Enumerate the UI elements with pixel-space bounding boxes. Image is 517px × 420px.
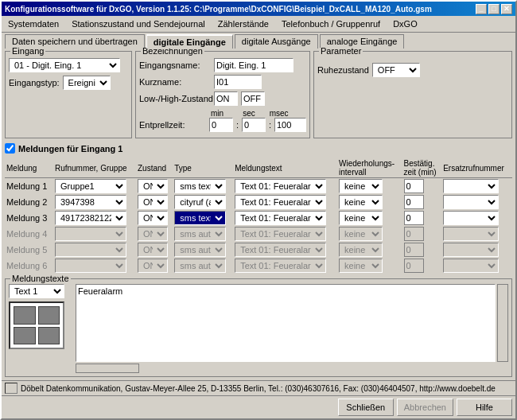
meldung-2-bestaetigung[interactable] (404, 195, 424, 209)
img-cell-4 (38, 327, 60, 345)
meldung-6-rufnummer[interactable] (55, 259, 126, 273)
entprellzeit-label: Entprellzeit: (139, 120, 206, 130)
status-bar: Döbelt Datenkommunikation, Gustav-Meyer-… (2, 380, 515, 395)
eingangsname-input[interactable] (214, 58, 293, 72)
textarea-scrollbar[interactable] (497, 284, 508, 362)
meldungen-table-container: Meldung Rufnummer, Gruppe Zustand Type M… (5, 158, 512, 274)
meldung-5-meldungstext[interactable]: Text 01: Feueralarm (235, 243, 326, 257)
meldung-6-meldungstext[interactable]: Text 01: Feueralarm (235, 259, 326, 273)
text-image-preview (9, 301, 64, 349)
close-button[interactable]: Schließen (338, 399, 394, 416)
tab-digitale-ausgaenge[interactable]: digitale Ausgänge (235, 34, 318, 49)
meldung-6-wiederholung[interactable]: keine W (339, 259, 383, 273)
meldung-6-zustand[interactable]: ON (138, 259, 168, 273)
entprellzeit-msec[interactable] (274, 118, 306, 132)
text-scrollbar-h[interactable] (76, 364, 139, 373)
meldung-2-type[interactable]: cityruf (al (174, 195, 226, 209)
meldung-5-zustand[interactable]: ON (138, 243, 168, 257)
meldung-2-ersatz[interactable] (443, 195, 499, 209)
help-button[interactable]: Hilfe (457, 399, 512, 416)
eingang-label: Eingang (10, 48, 45, 56)
entprellzeit-min[interactable] (209, 118, 233, 132)
close-button[interactable]: ✕ (501, 4, 512, 14)
meldung-6-type[interactable]: sms auto (174, 259, 226, 273)
meldung-3-rufnummer[interactable]: 491723821220 (55, 211, 126, 225)
meldung-5-ersatz[interactable] (443, 243, 499, 257)
entprellzeit-sec[interactable] (242, 118, 266, 132)
meldung-5-wiederholung[interactable]: keine W (339, 243, 383, 257)
meldungen-checkbox[interactable] (5, 143, 15, 154)
meldung-3-wiederholung[interactable]: keine W (339, 211, 383, 225)
col-meldung: Meldung (5, 158, 53, 178)
eingangstyp-select[interactable]: Ereignis (63, 76, 111, 90)
tab-digitale-eingaenge[interactable]: digitale Eingänge (146, 34, 233, 49)
meldung-2-label: Meldung 2 (5, 194, 53, 210)
meldung-1-zustand[interactable]: ON (138, 179, 168, 193)
meldung-2-zustand[interactable]: ON (138, 195, 168, 209)
meldung-4-label: Meldung 4 (5, 226, 53, 242)
meldung-6-ersatz[interactable] (443, 259, 499, 273)
title-bar: Konfigurationssoftware für DxGO, Version… (2, 2, 515, 16)
meldung-4-rufnummer[interactable] (55, 227, 126, 241)
meldung-4-bestaetigung[interactable] (404, 227, 424, 241)
meldung-2-meldungstext[interactable]: Text 01: Feueralarm (235, 195, 326, 209)
tab-daten-speichern[interactable]: Daten speichern und übertragen (5, 34, 145, 49)
high-input[interactable] (241, 91, 265, 106)
kurzname-input[interactable] (214, 75, 262, 89)
maximize-button[interactable]: □ (488, 4, 500, 14)
meldung-1-bestaetigung[interactable] (404, 179, 424, 193)
meldungstext-textarea[interactable]: Feueralarm (76, 284, 496, 362)
meldung-1-ersatz[interactable] (443, 179, 499, 193)
meldung-3-ersatz[interactable] (443, 211, 499, 225)
meldung-5-bestaetigung[interactable] (404, 243, 424, 257)
ruhezustand-row: Ruhezustand OFF (317, 63, 508, 77)
menu-zaehlerstaende[interactable]: Zählerstände (212, 18, 275, 30)
col-zustand: Zustand (136, 158, 173, 178)
menu-systemdaten[interactable]: Systemdaten (2, 18, 65, 30)
tab-analoge-eingaenge[interactable]: analoge Eingänge (320, 34, 405, 49)
col-wiederholung: Wiederholungs-intervall (337, 158, 402, 178)
meldung-4-type[interactable]: sms auto (174, 227, 226, 241)
meldung-6-bestaetigung[interactable] (404, 259, 424, 273)
meldung-4-ersatz[interactable] (443, 227, 499, 241)
tabs-row1: Daten speichern und übertragen digitale … (2, 33, 515, 48)
menu-dxgo[interactable]: DxGO (387, 18, 424, 30)
meldung-1-wiederholung[interactable]: keine W (339, 179, 383, 193)
main-window: Konfigurationssoftware für DxGO, Version… (0, 0, 517, 420)
meldung-5-label: Meldung 5 (5, 242, 53, 258)
meldung-1-type[interactable]: sms text (174, 179, 226, 193)
meldung-3-zustand[interactable]: ON (138, 211, 168, 225)
sec-col-label: sec (243, 109, 255, 118)
ruhezustand-select[interactable]: OFF (372, 63, 420, 77)
eingang-select[interactable]: 01 - Digit. Eing. 1 (9, 58, 120, 72)
meldung-5-type[interactable]: sms auto (174, 243, 226, 257)
minimize-button[interactable]: _ (476, 4, 487, 14)
meldung-2-wiederholung[interactable]: keine W (339, 195, 383, 209)
col-type: Type (173, 158, 233, 178)
low-input[interactable] (214, 91, 238, 106)
lowhigh-label: Low-/High-Zustand: (139, 94, 211, 103)
meldung-1-meldungstext[interactable]: Text 01: Feueralarm (235, 179, 326, 193)
meldung-4-zustand[interactable]: ON (138, 227, 168, 241)
menu-telefonbuch[interactable]: Telefonbuch / Gruppenruf (275, 18, 387, 30)
col-bestaetigung: Bestätig.zeit (min) (402, 158, 442, 178)
meldung-4-wiederholung[interactable]: keine W (339, 227, 383, 241)
meldung-3-meldungstext[interactable]: Text 01: Feueralarm (235, 211, 326, 225)
meldung-1-rufnummer[interactable]: Gruppe1 (55, 179, 126, 193)
meldung-3-bestaetigung[interactable] (404, 211, 424, 225)
cancel-button[interactable]: Abbrechen (397, 399, 453, 416)
table-row: Meldung 5 ON sms auto Text 01: Feueralar… (5, 242, 512, 258)
col-meldungstext: Meldungstext (233, 158, 337, 178)
col-rufnummer: Rufnummer, Gruppe (53, 158, 136, 178)
text-select[interactable]: Text 1 (9, 284, 64, 298)
meldung-5-rufnummer[interactable] (55, 243, 126, 257)
eingangsname-label: Eingangsname: (139, 60, 211, 70)
msec-col-label: msec (270, 109, 289, 118)
meldung-3-type[interactable]: sms text (174, 211, 226, 225)
meldung-2-rufnummer[interactable]: 3947398 (55, 195, 126, 209)
menu-stationszustand[interactable]: Stationszustand und Sendejournal (65, 18, 212, 30)
text-area-column: Feueralarm (76, 284, 508, 373)
meldungstexte-label: Meldungstexte (10, 274, 71, 283)
meldung-4-meldungstext[interactable]: Text 01: Feueralarm (235, 227, 326, 241)
parameter-label: Parameter (319, 48, 363, 56)
